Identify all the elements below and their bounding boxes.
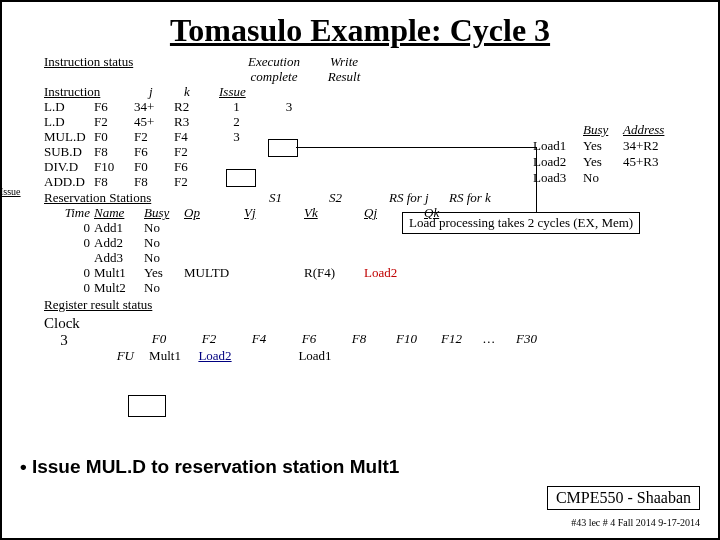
fu-F2: Load2	[190, 349, 240, 364]
reg-F0: F0	[134, 332, 184, 349]
rs-rsj: RS for j	[389, 191, 449, 206]
rs-name: Name	[94, 206, 144, 221]
fu-F6: Load1	[290, 349, 340, 364]
annotation-box: Load processing takes 2 cycles (EX, Mem)	[402, 212, 640, 234]
fu-F8	[340, 349, 390, 364]
exec-box	[268, 139, 298, 157]
rs-rsk: RS for k	[449, 191, 509, 206]
rs-s2: S2	[329, 191, 389, 206]
load-hdr-addr: Address	[623, 122, 678, 138]
hdr-j: j	[149, 85, 184, 100]
clock-value: 3	[44, 332, 84, 349]
rs-busy: Busy	[144, 206, 184, 221]
fu-F4	[240, 349, 290, 364]
hdr-issue: Issue	[219, 85, 264, 100]
hdr-instr-status: Instruction status	[44, 55, 174, 85]
reg-F10: F10	[384, 332, 429, 349]
fu-F0: Mult1	[140, 349, 190, 364]
hdr-exec: Execution complete	[234, 55, 314, 85]
reg-F8: F8	[334, 332, 384, 349]
load-hdr-busy: Busy	[583, 122, 623, 138]
issue-tag: Issue	[0, 186, 21, 197]
rs-row: 0Mult1YesMULTDR(F4)Load2	[44, 266, 704, 281]
load-row: Load1Yes34+R2	[533, 138, 678, 154]
rs-time: Time	[44, 206, 94, 221]
annotation-text: Load processing takes 2 cycles (EX, Mem)	[409, 215, 633, 230]
footer-meta: #43 lec # 4 Fall 2014 9-17-2014	[571, 517, 700, 528]
content-area: Instruction status Execution complete Wr…	[44, 55, 704, 364]
reg-F2: F2	[184, 332, 234, 349]
fu-row: FU Mult1 Load2 Load1	[44, 349, 704, 364]
bullet-text: Issue MUL.D to reservation station Mult1	[32, 456, 399, 477]
rs-row: 0Add2No	[44, 236, 704, 251]
rs-op: Op	[184, 206, 244, 221]
hdr-k: k	[184, 85, 219, 100]
load-row: Load3No	[533, 170, 678, 186]
rs-vj: Vj	[244, 206, 304, 221]
rs-row: Add3No	[44, 251, 704, 266]
reg-F12: F12	[429, 332, 474, 349]
reg-dots: …	[474, 332, 504, 349]
rs-row: 0Mult2No	[44, 281, 704, 296]
bullet-point: • Issue MUL.D to reservation station Mul…	[20, 456, 399, 478]
footer-course: CMPE550 - Shaaban	[547, 486, 700, 510]
reg-F30: F30	[504, 332, 549, 349]
instr-row: L.DF634+R213	[44, 100, 704, 115]
load-row: Load2Yes45+R3	[533, 154, 678, 170]
load-buffer: Busy Address Load1Yes34+R2Load2Yes45+R3L…	[533, 122, 678, 186]
hdr-write: Write Result	[314, 55, 374, 85]
slide-frame: Tomasulo Example: Cycle 3 Issue Instruct…	[0, 0, 720, 540]
rs-s1: S1	[269, 191, 329, 206]
clock-label: Clock	[44, 315, 704, 332]
connector-line-v	[536, 147, 537, 212]
rs-header-1: Reservation Stations S1 S2 RS for j RS f…	[44, 191, 704, 206]
instr-header-row: Instruction j k Issue	[44, 85, 704, 100]
reg-status-title: Register result status	[44, 298, 704, 313]
issue-box	[226, 169, 256, 187]
reg-F6: F6	[284, 332, 334, 349]
fu-label: FU	[84, 349, 140, 364]
reg-header-row: 3 F0 F2 F4 F6 F8 F10 F12 … F30	[44, 332, 704, 349]
slide-title: Tomasulo Example: Cycle 3	[16, 12, 704, 49]
connector-line	[296, 147, 536, 148]
rs-vk: Vk	[304, 206, 364, 221]
instr-status-header: Instruction status Execution complete Wr…	[44, 55, 704, 85]
reg-F4: F4	[234, 332, 284, 349]
f0-box	[128, 395, 166, 417]
rs-title: Reservation Stations	[44, 191, 184, 206]
hdr-instruction: Instruction	[44, 85, 114, 100]
